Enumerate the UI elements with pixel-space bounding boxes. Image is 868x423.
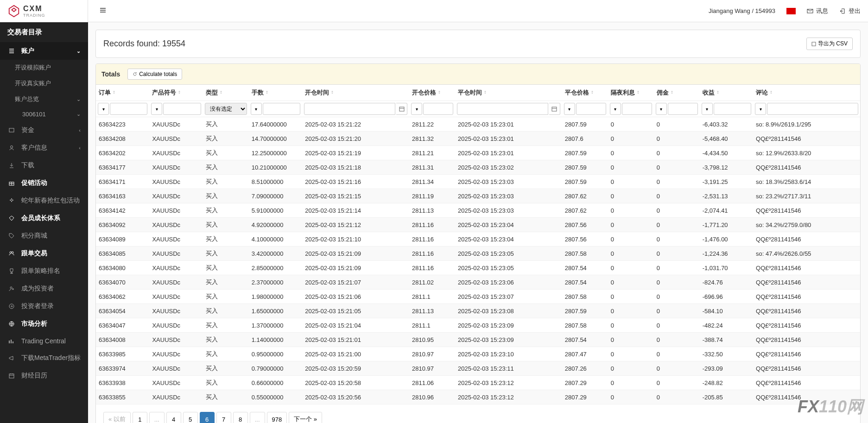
table-row[interactable]: 63634177XAUUSDc买入10.210000002025-02-03 1… bbox=[96, 160, 860, 175]
table-row[interactable]: 63633985XAUUSDc买入0.950000002025-02-03 15… bbox=[96, 347, 860, 361]
table-row[interactable]: 63634080XAUUSDc买入2.850000002025-02-03 15… bbox=[96, 261, 860, 275]
table-row[interactable]: 63633938XAUUSDc买入0.660000002025-02-03 15… bbox=[96, 376, 860, 390]
table-row[interactable]: 63634085XAUUSDc买入3.420000002025-02-03 15… bbox=[96, 246, 860, 261]
export-csv-button[interactable]: 导出为 CSV bbox=[806, 38, 853, 50]
filter-symbol[interactable] bbox=[163, 103, 201, 115]
flag-china-icon[interactable] bbox=[786, 8, 796, 14]
col-commission[interactable]: 佣金 bbox=[654, 85, 700, 101]
col-close-time[interactable]: 平仓时间 bbox=[455, 85, 562, 101]
filter-op-symbol[interactable]: ▾ bbox=[151, 103, 162, 115]
sidebar-item-trading-central[interactable]: Trading Central bbox=[0, 333, 88, 349]
col-type[interactable]: 类型 bbox=[203, 85, 249, 101]
col-comment[interactable]: 评论 bbox=[753, 85, 860, 101]
sidebar-item-points[interactable]: 积分商城 bbox=[0, 227, 88, 245]
filter-profit[interactable] bbox=[714, 103, 751, 115]
filter-op-lots[interactable]: ▾ bbox=[251, 103, 262, 115]
sidebar-item-open-real[interactable]: 开设真实账户 bbox=[7, 76, 88, 91]
sidebar-item-become-investor[interactable]: 成为投资者 bbox=[0, 280, 88, 297]
filter-op-commission[interactable]: ▾ bbox=[656, 103, 667, 115]
col-close-price[interactable]: 平仓价格 bbox=[562, 85, 608, 101]
sidebar-item-account-overview[interactable]: 账户总览 ⌄ bbox=[7, 91, 88, 107]
filter-order[interactable] bbox=[110, 103, 147, 115]
table-row[interactable]: 63634089XAUUSDc买入4.100000002025-02-03 15… bbox=[96, 232, 860, 246]
col-swap[interactable]: 隔夜利息 bbox=[608, 85, 654, 101]
sidebar-item-account-id[interactable]: 3006101 ⌄ bbox=[15, 107, 88, 121]
page-6[interactable]: 6 bbox=[200, 412, 215, 423]
filter-open-price[interactable] bbox=[423, 103, 453, 115]
filter-close-time-cal[interactable] bbox=[549, 103, 560, 115]
table-row[interactable]: 63633855XAUUSDc买入0.550000002025-02-03 15… bbox=[96, 390, 860, 404]
cell-open_price: 2810.96 bbox=[409, 390, 455, 404]
sidebar-item-promo-event[interactable]: 蛇年新春抢红包活动 bbox=[0, 192, 88, 209]
sidebar-item-market[interactable]: 市场分析 bbox=[0, 315, 88, 333]
filter-lots[interactable] bbox=[263, 103, 300, 115]
sidebar-item-calendar[interactable]: 财经日历 bbox=[0, 367, 88, 385]
messages-link[interactable]: 讯息 bbox=[807, 7, 828, 15]
col-lots[interactable]: 手数 bbox=[249, 85, 302, 101]
page-5[interactable]: 5 bbox=[183, 412, 198, 423]
page-next[interactable]: 下一个 » bbox=[289, 412, 322, 423]
cell-profit: -2,531.13 bbox=[700, 189, 753, 203]
cell-symbol: XAUUSDc bbox=[149, 261, 203, 275]
cell-comment: QQ£º281141546 bbox=[753, 333, 860, 347]
table-row[interactable]: 63634202XAUUSDc买入12.250000002025-02-03 1… bbox=[96, 146, 860, 160]
col-symbol[interactable]: 产品符号 bbox=[149, 85, 203, 101]
page-1[interactable]: 1 bbox=[133, 412, 147, 423]
page-7[interactable]: 7 bbox=[216, 412, 231, 423]
page-last[interactable]: 978 bbox=[267, 412, 287, 423]
table-row[interactable]: 63634070XAUUSDc买入2.370000002025-02-03 15… bbox=[96, 275, 860, 290]
filter-op-profit[interactable]: ▾ bbox=[702, 103, 713, 115]
sidebar-item-member[interactable]: 会员成长体系 bbox=[0, 209, 88, 227]
table-row[interactable]: 63634142XAUUSDc买入5.910000002025-02-03 15… bbox=[96, 203, 860, 218]
cell-order: 63634047 bbox=[96, 318, 149, 333]
table-row[interactable]: 63634047XAUUSDc买入1.370000002025-02-03 15… bbox=[96, 318, 860, 333]
table-row[interactable]: 63634208XAUUSDc买入14.700000002025-02-03 1… bbox=[96, 132, 860, 146]
filter-commission[interactable] bbox=[668, 103, 698, 115]
table-row[interactable]: 63634092XAUUSDc买入4.920000002025-02-03 15… bbox=[96, 218, 860, 232]
table-row[interactable]: 63633974XAUUSDc买入0.790000002025-02-03 15… bbox=[96, 361, 860, 376]
table-row[interactable]: 63634223XAUUSDc买入17.640000002025-02-03 1… bbox=[96, 117, 860, 132]
col-open-time[interactable]: 开仓时间 bbox=[302, 85, 409, 101]
sidebar-item-open-demo[interactable]: 开设模拟账户 bbox=[7, 60, 88, 76]
filter-op-open-price[interactable]: ▾ bbox=[411, 103, 422, 115]
filter-comment[interactable] bbox=[767, 103, 858, 115]
filter-op-comment[interactable]: ▾ bbox=[755, 103, 766, 115]
filter-close-price[interactable] bbox=[576, 103, 606, 115]
sidebar-item-download[interactable]: 下载 bbox=[0, 157, 88, 174]
col-open-price[interactable]: 开仓价格 bbox=[409, 85, 455, 101]
sidebar-item-account[interactable]: 账户 ⌄ bbox=[0, 42, 88, 60]
sidebar-item-funds[interactable]: 资金 ‹ bbox=[0, 121, 88, 139]
logo[interactable]: CXM TRADING bbox=[7, 5, 45, 18]
cell-open_time: 2025-02-03 15:21:00 bbox=[302, 347, 409, 361]
page-prev[interactable]: « 以前 bbox=[103, 412, 131, 423]
sidebar-item-mt-indicator[interactable]: 下载MetaTrader指标 bbox=[0, 349, 88, 367]
sidebar-item-promo[interactable]: 促销活动 bbox=[0, 174, 88, 192]
filter-op-swap[interactable]: ▾ bbox=[610, 103, 621, 115]
col-profit[interactable]: 收益 bbox=[700, 85, 753, 101]
calculate-totals-button[interactable]: Calculate totals bbox=[127, 69, 182, 80]
user-info[interactable]: Jiangang Wang / 154993 bbox=[709, 7, 775, 14]
cell-open_time: 2025-02-03 15:21:12 bbox=[302, 218, 409, 232]
filter-swap[interactable] bbox=[622, 103, 652, 115]
col-order[interactable]: 订单 bbox=[96, 85, 149, 101]
cell-close_time: 2025-02-03 15:23:07 bbox=[455, 290, 562, 304]
table-row[interactable]: 63634054XAUUSDc买入1.650000002025-02-03 15… bbox=[96, 304, 860, 318]
page-4[interactable]: 4 bbox=[166, 412, 181, 423]
filter-open-time[interactable] bbox=[304, 103, 395, 115]
logout-link[interactable]: 登出 bbox=[839, 7, 861, 15]
table-row[interactable]: 63634062XAUUSDc买入1.980000002025-02-03 15… bbox=[96, 290, 860, 304]
filter-op-order[interactable]: ▾ bbox=[98, 103, 109, 115]
filter-close-time[interactable] bbox=[457, 103, 548, 115]
filter-op-close-price[interactable]: ▾ bbox=[564, 103, 575, 115]
sidebar-item-strategy-rank[interactable]: 跟单策略排名 bbox=[0, 262, 88, 280]
sidebar-item-investor-login[interactable]: 投资者登录 bbox=[0, 297, 88, 315]
filter-open-time-cal[interactable] bbox=[396, 103, 407, 115]
table-row[interactable]: 63634171XAUUSDc买入8.510000002025-02-03 15… bbox=[96, 175, 860, 189]
filter-type[interactable]: 没有选定 bbox=[205, 103, 247, 115]
table-row[interactable]: 63634008XAUUSDc买入1.140000002025-02-03 15… bbox=[96, 333, 860, 347]
table-row[interactable]: 63634163XAUUSDc买入7.090000002025-02-03 15… bbox=[96, 189, 860, 203]
page-8[interactable]: 8 bbox=[233, 412, 248, 423]
sidebar-item-customer[interactable]: 客户信息 ‹ bbox=[0, 139, 88, 157]
sidebar-item-copy-trade[interactable]: 跟单交易 bbox=[0, 245, 88, 262]
sidebar-toggle[interactable] bbox=[95, 3, 110, 19]
